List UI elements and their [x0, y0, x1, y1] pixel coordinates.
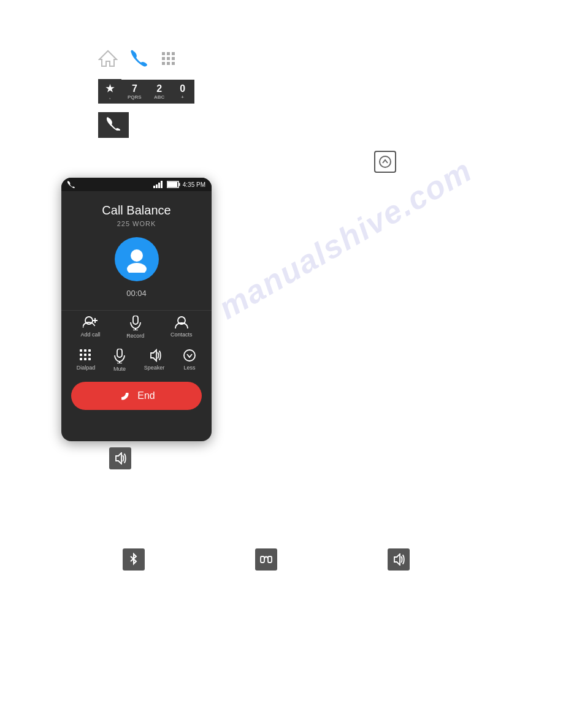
dialpad-button[interactable]: Dialpad	[77, 349, 96, 372]
dial-key-star[interactable]: ★,	[98, 79, 121, 104]
dial-key-0[interactable]: 0+	[171, 80, 194, 104]
bluetooth-icon	[128, 553, 139, 566]
circle-up-icon[interactable]	[374, 151, 396, 173]
call-button[interactable]	[98, 112, 129, 138]
svg-rect-14	[161, 181, 163, 188]
up-arrow-icon-box[interactable]	[374, 151, 396, 173]
add-call-label: Add call	[80, 332, 100, 338]
svg-point-19	[127, 263, 147, 273]
mute-label: Mute	[113, 366, 126, 372]
mute-button[interactable]: Mute	[113, 349, 126, 372]
svg-rect-7	[162, 62, 165, 65]
less-label: Less	[184, 365, 196, 371]
svg-rect-35	[88, 358, 91, 360]
speaker-icon	[147, 349, 162, 362]
phone-mockup-wrapper: 4:35 PM Call Balance 225 WORK 00:04	[61, 178, 212, 441]
earpiece-icon-box[interactable]	[255, 548, 277, 571]
time-display: 4:35 PM	[183, 181, 205, 188]
svg-point-18	[131, 249, 143, 262]
speaker-icon-below-phone[interactable]	[109, 447, 131, 469]
svg-point-40	[184, 350, 195, 361]
call-content: Call Balance 225 WORK 00:04	[61, 191, 212, 310]
svg-rect-30	[80, 354, 82, 356]
dialpad-nav-icon[interactable]	[161, 51, 177, 70]
bottom-icons-row	[123, 548, 410, 571]
home-icon[interactable]	[98, 50, 118, 71]
svg-rect-2	[167, 52, 170, 55]
phone-nav-icon[interactable]	[130, 49, 148, 72]
svg-marker-0	[99, 51, 117, 66]
phone-status-bar: 4:35 PM	[61, 178, 212, 191]
svg-rect-31	[84, 354, 86, 356]
phone-mockup: 4:35 PM Call Balance 225 WORK 00:04	[61, 178, 212, 441]
status-signal-battery: 4:35 PM	[153, 181, 205, 188]
svg-rect-4	[162, 57, 165, 60]
top-section: ★, 7PQRS 2ABC 0+	[98, 49, 194, 138]
caller-sub: 225 WORK	[117, 220, 156, 227]
call-status-icon	[67, 181, 75, 188]
signal-icon	[153, 181, 164, 188]
record-button[interactable]: Record	[126, 316, 144, 339]
add-call-icon	[83, 316, 98, 329]
svg-rect-8	[167, 62, 170, 65]
svg-rect-1	[162, 52, 165, 55]
dial-key-2[interactable]: 2ABC	[148, 80, 171, 104]
svg-rect-32	[88, 354, 91, 356]
speaker-label: Speaker	[144, 365, 165, 371]
bluetooth-icon-box[interactable]	[123, 548, 145, 571]
watermark: manualshive.com	[212, 151, 478, 326]
call-timer: 00:04	[126, 289, 147, 298]
svg-rect-11	[153, 186, 155, 188]
speaker2-icon-box[interactable]	[388, 548, 410, 571]
status-left	[67, 181, 75, 188]
record-icon	[129, 316, 142, 330]
svg-rect-17	[167, 182, 177, 187]
end-call-icon	[118, 389, 131, 403]
svg-rect-29	[88, 349, 91, 352]
end-call-button[interactable]: End	[71, 382, 202, 410]
svg-rect-13	[158, 183, 160, 188]
dial-key-7[interactable]: 7PQRS	[121, 80, 148, 104]
avatar-person-icon	[123, 246, 150, 273]
add-call-button[interactable]: Add call	[80, 316, 100, 339]
svg-marker-44	[394, 554, 400, 565]
less-button[interactable]: Less	[183, 349, 196, 372]
dialpad-keys-row: ★, 7PQRS 2ABC 0+	[98, 79, 194, 104]
svg-rect-27	[80, 349, 82, 352]
dialpad-label: Dialpad	[77, 365, 96, 371]
record-label: Record	[126, 333, 144, 339]
nav-icons	[98, 49, 194, 72]
svg-rect-36	[117, 349, 122, 357]
svg-rect-34	[84, 358, 86, 360]
speaker-icon-box[interactable]	[109, 447, 131, 469]
svg-rect-12	[156, 184, 158, 188]
dialpad-icon	[79, 349, 93, 362]
end-call-label: End	[137, 390, 155, 401]
svg-rect-6	[172, 57, 175, 60]
action-buttons-row2: Dialpad Mute Speaker	[61, 344, 212, 377]
svg-rect-28	[84, 349, 86, 352]
mute-icon	[113, 349, 126, 363]
contacts-button[interactable]: Contacts	[170, 316, 193, 339]
contacts-label: Contacts	[170, 332, 193, 338]
speaker-box-icon	[113, 452, 128, 464]
battery-icon	[167, 181, 180, 188]
svg-rect-16	[178, 183, 180, 186]
svg-marker-41	[116, 453, 121, 464]
svg-rect-9	[172, 62, 175, 65]
earpiece-icon	[259, 553, 273, 566]
contacts-icon	[175, 316, 188, 329]
svg-rect-5	[167, 57, 170, 60]
less-icon	[183, 349, 196, 362]
svg-rect-33	[80, 358, 82, 360]
action-buttons-row1: Add call Record Contacts	[61, 310, 212, 344]
svg-rect-23	[133, 316, 138, 324]
caller-name: Call Balance	[102, 203, 170, 218]
svg-marker-39	[151, 350, 156, 361]
svg-rect-3	[172, 52, 175, 55]
svg-point-10	[380, 156, 391, 167]
speaker2-icon	[391, 553, 406, 566]
speaker-button[interactable]: Speaker	[144, 349, 165, 372]
contact-avatar	[115, 237, 159, 281]
